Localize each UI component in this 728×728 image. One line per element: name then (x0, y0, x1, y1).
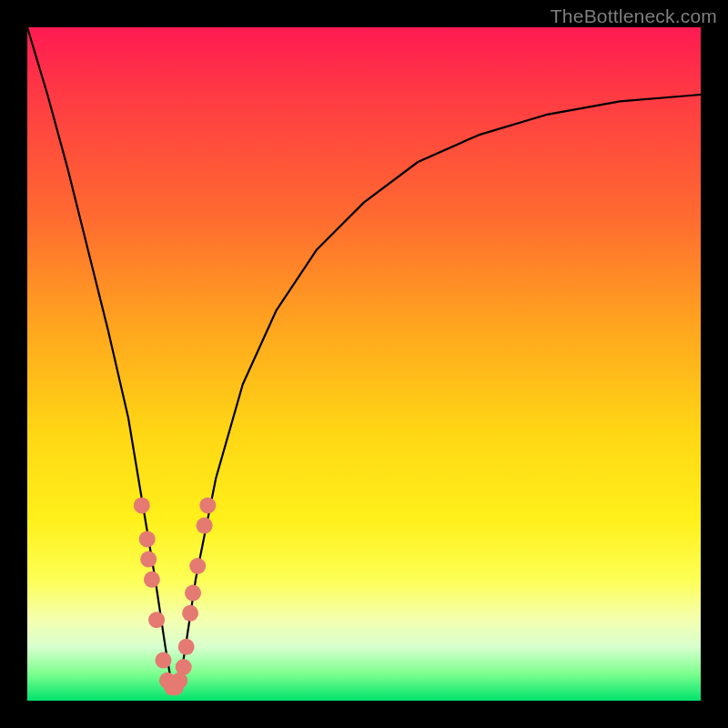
curve-marker (139, 531, 156, 547)
curve-marker (176, 659, 192, 675)
curve-marker (185, 585, 201, 602)
curve-marker (144, 571, 160, 588)
chart-background (27, 27, 701, 701)
chart-overlay (27, 27, 701, 701)
curve-marker (199, 497, 216, 513)
curve-marker (178, 639, 195, 655)
curve-marker (155, 652, 171, 669)
curve-marker (182, 605, 198, 622)
curve-marker (148, 612, 165, 628)
bottleneck-curve (27, 27, 701, 687)
curve-marker (189, 558, 206, 574)
curve-marker (134, 497, 150, 513)
curve-marker (140, 551, 157, 568)
watermark-text: TheBottleneck.com (551, 5, 717, 27)
curve-marker (197, 518, 213, 534)
